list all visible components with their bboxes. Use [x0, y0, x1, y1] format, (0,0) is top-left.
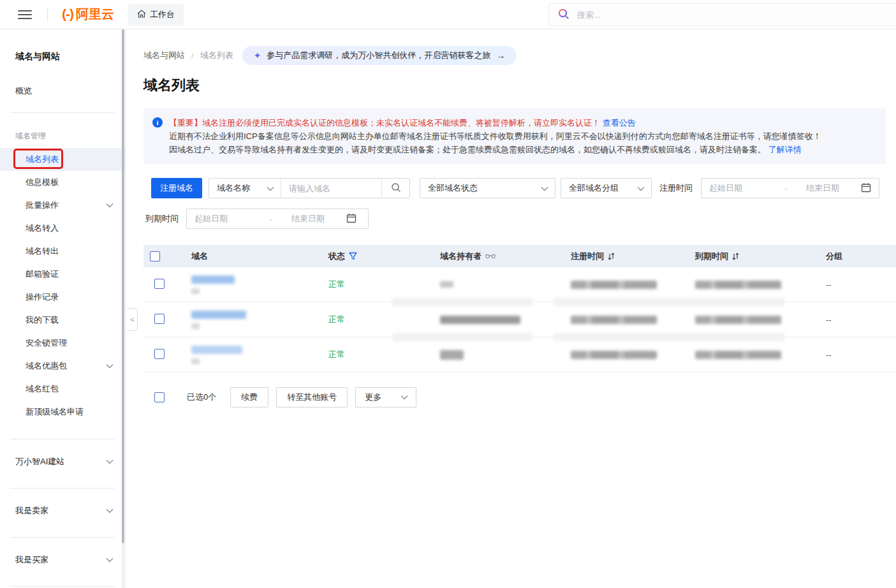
chevron-left-icon: < [130, 316, 134, 323]
sidebar-item-label: 域名红包 [26, 383, 59, 395]
sidebar-item-new-tld-application[interactable]: 新顶级域名申请 [0, 401, 125, 423]
row-checkbox[interactable] [154, 279, 165, 289]
domain-input[interactable] [281, 179, 381, 198]
status-cell: 正常 [322, 314, 434, 325]
breadcrumb-root[interactable]: 域名与网站 [143, 50, 185, 61]
bulk-select-checkbox[interactable] [154, 392, 165, 402]
expire-time-cell-redacted [689, 351, 819, 359]
expire-time-cell-redacted [689, 316, 819, 324]
glasses-icon[interactable] [485, 253, 496, 259]
aliyun-logo[interactable]: (-) 阿里云 [62, 6, 114, 23]
sort-icon[interactable] [608, 253, 615, 260]
domain-status-select[interactable]: 全部域名状态 [420, 178, 555, 198]
group-cell: -- [819, 315, 896, 325]
notice-box: i 【重要】域名注册必须使用已完成实名认证的信息模板；未实名认证域名不能续费、将… [143, 108, 886, 164]
sidebar-item-domain-list[interactable]: 域名列表 [0, 148, 125, 171]
sidebar-group-label: 我是买家 [15, 554, 48, 566]
menu-hamburger-icon[interactable] [18, 10, 32, 19]
domain-search-button[interactable] [381, 179, 409, 198]
select-all-checkbox[interactable] [150, 251, 160, 261]
global-search-box[interactable] [548, 3, 896, 26]
redacted-subtext-blur [191, 323, 200, 329]
more-actions-dropdown[interactable]: 更多 [355, 387, 416, 408]
filter-funnel-icon[interactable] [349, 252, 357, 260]
breadcrumb-separator: / [191, 51, 194, 61]
table-row[interactable]: 正常 -- [143, 302, 896, 337]
sidebar-item-label: 安全锁管理 [26, 337, 67, 349]
reg-time-cell-redacted [564, 316, 689, 324]
column-header-label: 状态 [328, 251, 345, 262]
column-header-expire-time: 到期时间 [689, 251, 819, 262]
sidebar-item-domain-red-packet[interactable]: 域名红包 [0, 378, 125, 401]
sidebar-item-label: 邮箱验证 [26, 268, 59, 280]
sidebar-item-security-lock[interactable]: 安全锁管理 [0, 332, 125, 355]
calendar-icon [861, 182, 871, 195]
sidebar-item-batch-operations[interactable]: 批量操作 [0, 194, 125, 217]
promo-banner-text: 参与产品需求调研，成为万小智共创伙伴，开启营销获客之旅 [267, 50, 490, 61]
sidebar-item-my-downloads[interactable]: 我的下载 [0, 309, 125, 332]
arrow-right-icon: → [496, 50, 505, 61]
sidebar-item-label: 批量操作 [26, 200, 59, 211]
workbench-button[interactable]: 工作台 [128, 4, 184, 26]
domain-cell-redacted[interactable] [185, 311, 322, 329]
expire-time-cell-redacted [689, 281, 819, 289]
sparkle-icon: ✦ [254, 50, 261, 61]
sidebar-item-domain-transfer-out[interactable]: 域名转出 [0, 240, 125, 263]
domain-group-select[interactable]: 全部域名分组 [561, 178, 652, 198]
redacted-date-blur [695, 316, 781, 324]
redacted-domain-blur [191, 276, 235, 284]
learn-more-link[interactable]: 了解详情 [768, 145, 802, 154]
sidebar-item-email-verification[interactable]: 邮箱验证 [0, 263, 125, 286]
blur-artifact [554, 298, 784, 306]
breadcrumb-current: 域名列表 [200, 50, 233, 61]
promo-banner[interactable]: ✦ 参与产品需求调研，成为万小智共创伙伴，开启营销获客之旅 → [242, 46, 517, 65]
sidebar-collapse-handle[interactable]: < [128, 308, 138, 331]
transfer-to-other-account-button[interactable]: 转至其他账号 [276, 387, 348, 408]
redacted-holder-blur [440, 281, 453, 288]
redacted-holder-blur [440, 350, 464, 360]
row-checkbox[interactable] [154, 314, 165, 324]
aliyun-logo-icon: (-) [62, 6, 73, 22]
table-row[interactable]: 正常 -- [143, 337, 896, 372]
date-end-placeholder: 结束日期 [806, 182, 861, 194]
domain-status-select-value: 全部域名状态 [428, 182, 478, 194]
column-header-status: 状态 [322, 251, 434, 262]
column-header-domain: 域名 [185, 251, 322, 262]
sort-icon[interactable] [732, 253, 739, 260]
table-header-row: 域名 状态 域名持有者 注册时间 到期时间 [143, 245, 896, 267]
sidebar-item-label: 我的下载 [26, 314, 59, 326]
register-time-range-picker[interactable]: 起始日期 - 结束日期 [701, 178, 879, 198]
renew-button[interactable]: 续费 [230, 387, 268, 408]
redacted-date-blur [695, 281, 781, 289]
sidebar-item-domain-coupon-package[interactable]: 域名优惠包 [0, 355, 125, 378]
domain-cell-redacted[interactable] [185, 276, 322, 294]
reg-time-cell-redacted [564, 351, 689, 359]
register-domain-button[interactable]: 注册域名 [151, 178, 202, 198]
sidebar-item-operation-log[interactable]: 操作记录 [0, 286, 125, 309]
sidebar-section-domain-management: 域名管理 [0, 113, 125, 142]
redacted-date-blur [571, 351, 657, 359]
column-header-label: 域名 [191, 251, 208, 262]
sidebar-group-ai-site-builder[interactable]: 万小智AI建站 [0, 451, 125, 473]
blur-artifact [554, 333, 784, 341]
sidebar-group-buyer[interactable]: 我是买家 [0, 549, 125, 571]
sidebar-item-domain-transfer-in[interactable]: 域名转入 [0, 217, 125, 240]
sidebar-divider [10, 537, 115, 538]
sidebar-item-overview[interactable]: 概览 [0, 62, 125, 97]
sidebar-scrollbar-thumb[interactable] [122, 29, 124, 543]
sidebar-item-info-template[interactable]: 信息模板 [0, 171, 125, 194]
domain-cell-redacted[interactable] [185, 346, 322, 364]
chevron-down-icon [106, 203, 114, 208]
sidebar-group-label: 万小智AI建站 [15, 456, 64, 467]
chevron-down-icon [106, 459, 114, 464]
view-announcement-link[interactable]: 查看公告 [603, 118, 636, 128]
domain-name-select[interactable]: 域名名称 [209, 179, 281, 198]
row-checkbox[interactable] [154, 349, 165, 359]
chevron-down-icon [106, 364, 114, 369]
sidebar-group-seller[interactable]: 我是卖家 [0, 500, 125, 522]
expire-time-range-picker[interactable]: 起始日期 - 结束日期 [186, 209, 369, 229]
table-row[interactable]: 正常 -- [143, 267, 896, 302]
search-input[interactable] [577, 10, 844, 20]
selected-count-text: 已选0个 [187, 392, 216, 403]
column-header-label: 域名持有者 [440, 251, 481, 262]
